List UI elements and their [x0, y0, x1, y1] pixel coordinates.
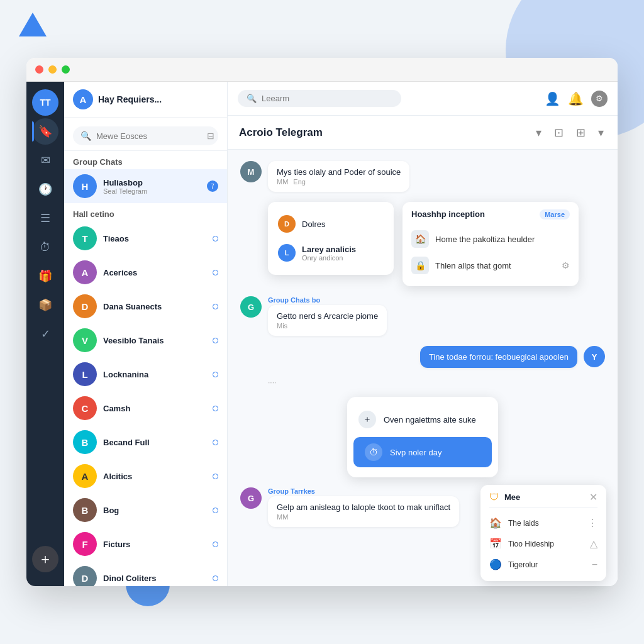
msg-sender-3: Group Chats bo — [268, 296, 387, 304]
chat-avatar-veesiblo: V — [73, 328, 97, 352]
chat-avatar-ficturs: F — [73, 532, 97, 556]
sidebar-user-avatar[interactable]: TT — [32, 89, 58, 116]
sidebar-add-button[interactable]: ＋ — [32, 546, 58, 572]
msg-text-4: Gelp am anisleag to lalople tkoot to mak… — [277, 502, 450, 512]
chat-info-acerices: Acerices — [103, 268, 206, 277]
sidebar-mail-icon[interactable]: ✉ — [32, 147, 58, 174]
mini-popup-action-1[interactable]: ⋮ — [587, 517, 597, 529]
chat-item-camsh[interactable]: C Camsh — [64, 391, 227, 425]
titlebar-close[interactable] — [35, 65, 43, 74]
chat-item-becand[interactable]: B Becand Full — [64, 425, 227, 459]
chat-panel-header: A Hay Requiers... — [64, 82, 227, 118]
filter-icon[interactable]: ⊟ — [207, 131, 214, 141]
suggestion-icon-lock: 🔒 — [411, 257, 429, 274]
chat-info-dana: Dana Suanects — [103, 302, 206, 311]
chat-name-locknanina: Locknanina — [103, 370, 206, 379]
chat-item-dana[interactable]: D Dana Suanects — [64, 289, 227, 323]
msg-text-self: Tine todae forrou: feobuegical apoolen — [429, 352, 569, 362]
msg-bubble-self: Tine todae forrou: feobuegical apoolen — [420, 346, 577, 368]
suggestion-title-text: Hoashhp inception — [411, 209, 485, 219]
top-search-bar: 🔍 — [238, 90, 401, 107]
msg-bubble-4: Gelp am anisleag to lalople tkoot to mak… — [268, 496, 459, 527]
suggestion-text-2: Thlen allps that gomt — [435, 261, 511, 270]
chat-avatar-camsh: C — [73, 396, 97, 420]
sidebar-list-icon[interactable]: ☰ — [32, 205, 58, 231]
action-icon-clock: ⏱ — [365, 443, 382, 461]
msg-meta-mm: MM — [277, 178, 288, 186]
topbar-user-icon[interactable]: 👤 — [545, 91, 560, 106]
mini-popup-item-text-2: Tioo Hideship — [508, 540, 554, 548]
sidebar-clock-icon[interactable]: 🕐 — [32, 176, 58, 203]
action-item-1[interactable]: ＋ Oven ngaiettms aite suke — [347, 404, 498, 435]
action-popup: ＋ Oven ngaiettms aite suke ⏱ Sivp noler … — [347, 397, 498, 477]
icon-sidebar-top: TT 🔖 ✉ 🕐 ☰ ⏱ 🎁 📦 ✓ — [32, 89, 58, 542]
chat-item-veesiblo[interactable]: V Veesiblo Tanais — [64, 323, 227, 357]
mini-popup-item-2[interactable]: 📅 Tioo Hideship △ — [489, 533, 597, 554]
chat-topbar-window[interactable]: ⊡ — [552, 123, 566, 142]
chat-area-topbar: 🔍 👤 🔔 ⚙ — [228, 82, 618, 116]
top-search-input[interactable] — [262, 94, 392, 103]
mini-popup-close-button[interactable]: ✕ — [589, 491, 597, 503]
chat-item-acerices[interactable]: A Acerices — [64, 255, 227, 289]
titlebar-minimize[interactable] — [48, 65, 57, 74]
typing-indicator: ···· — [240, 378, 605, 387]
chat-item-huliasbop[interactable]: H Huliasbop Seal Telegram 7 — [64, 169, 227, 203]
chat-name-veesiblo: Veesiblo Tanais — [103, 336, 206, 345]
chat-item-dinol[interactable]: D Dinol Coliters — [64, 561, 227, 586]
msg-meta-mm2: MM — [277, 513, 288, 521]
brand-name: Hay Requiers... — [98, 94, 162, 104]
topbar-settings-icon[interactable]: ⚙ — [591, 91, 608, 107]
popup-avatar-dolres: D — [278, 215, 296, 233]
chat-list-panel: A Hay Requiers... 🔍 ⊟ Group Chats H Huli… — [64, 82, 228, 586]
sidebar-check-icon[interactable]: ✓ — [32, 321, 58, 347]
action-icon-plus: ＋ — [358, 411, 376, 428]
msg-avatar-self: Y — [584, 346, 605, 367]
action-item-2[interactable]: ⏱ Sivp noler day — [353, 437, 492, 467]
mini-popup-action-2[interactable]: △ — [590, 538, 597, 550]
topbar-actions: 👤 🔔 ⚙ — [545, 91, 608, 107]
mini-popup-action-3[interactable]: − — [592, 559, 597, 570]
chat-dot-dana — [213, 304, 218, 309]
msg-bubble-1: Mys ties olaly and Poder of souice MM En… — [268, 161, 409, 192]
chat-item-bog[interactable]: B Bog — [64, 493, 227, 527]
suggestion-item-1[interactable]: 🏠 Home the pakoltiza heulder — [411, 226, 570, 252]
chat-topbar-chevron[interactable]: ▾ — [533, 123, 544, 142]
chat-avatar-acerices: A — [73, 260, 97, 284]
chat-item-tieaos[interactable]: T Tieaos — [64, 221, 227, 255]
titlebar-maximize[interactable] — [62, 65, 70, 74]
topbar-bell-icon[interactable]: 🔔 — [568, 91, 584, 106]
chat-topbar-share[interactable]: ⊞ — [574, 123, 588, 142]
sidebar-gift-icon[interactable]: 🎁 — [32, 263, 58, 289]
sidebar-item-bookmark[interactable]: 🔖 — [32, 118, 58, 145]
chat-search-input[interactable] — [96, 131, 202, 141]
chat-name-alcitics: Alcitics — [103, 472, 206, 481]
chat-name-ficturs: Ficturs — [103, 540, 206, 549]
sidebar-history-icon[interactable]: ⏱ — [32, 234, 58, 260]
mini-popup-container: 🛡 Mee ✕ 🏠 The laids ⋮ 📅 Tioo Hideship △ … — [480, 485, 606, 581]
chat-title: Acroio Telegram — [239, 126, 526, 139]
chat-topbar-more[interactable]: ▾ — [596, 123, 606, 142]
chat-name-dana: Dana Suanects — [103, 302, 206, 311]
chat-item-ficturs[interactable]: F Ficturs — [64, 527, 227, 561]
sidebar-archive-icon[interactable]: 📦 — [32, 292, 58, 318]
chat-item-alcitics[interactable]: A Alcitics — [64, 459, 227, 493]
mini-popup-title: Mee — [504, 492, 584, 502]
chat-dot-locknanina — [213, 372, 218, 377]
chat-dot-acerices — [213, 270, 218, 275]
chat-avatar-bog: B — [73, 498, 97, 522]
chat-sub-huliasbop: Seal Telegram — [103, 187, 201, 195]
mini-popup-item-1[interactable]: 🏠 The laids ⋮ — [489, 513, 597, 533]
action-text-2: Sivp noler day — [390, 448, 441, 457]
suggestion-icon-home: 🏠 — [411, 230, 429, 248]
popup-item-dolres[interactable]: D Dolres — [268, 209, 394, 238]
suggestion-text-1: Home the pakoltiza heulder — [435, 235, 535, 244]
popup-item-larey[interactable]: L Larey analicis Onry andicon — [268, 238, 394, 267]
chat-item-locknanina[interactable]: L Locknanina — [64, 357, 227, 391]
mini-popup-item-3[interactable]: 🔵 Tigerolur − — [489, 554, 597, 575]
search-icon: 🔍 — [80, 131, 91, 141]
suggestion-badge: Marse — [540, 209, 570, 219]
suggestion-item-2[interactable]: 🔒 Thlen allps that gomt ⚙ — [411, 252, 570, 279]
msg-meta-mis: Mis — [277, 322, 287, 330]
chat-search-bar: 🔍 ⊟ — [73, 126, 218, 145]
popup-sub-larey: Onry andicon — [302, 254, 356, 262]
